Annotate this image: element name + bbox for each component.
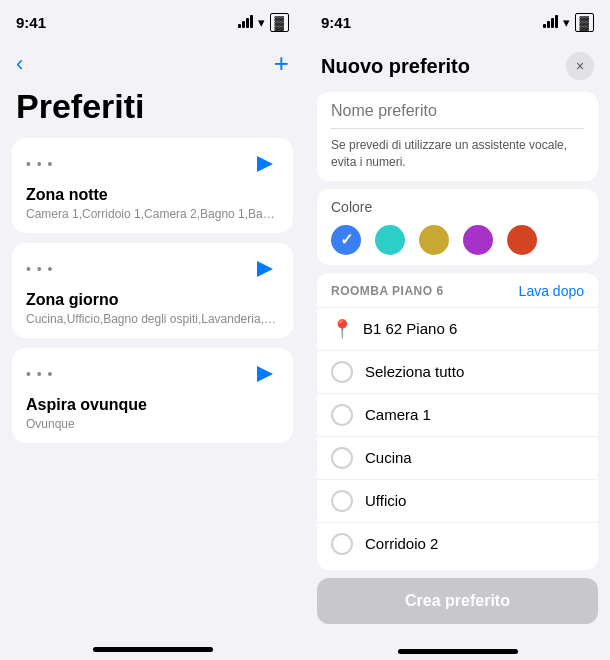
favorite-name: Zona giorno <box>26 291 279 309</box>
play-button[interactable] <box>251 255 279 283</box>
room-checkbox[interactable] <box>331 404 353 426</box>
card-top: • • • <box>26 255 279 283</box>
color-label: Colore <box>331 199 584 215</box>
list-item[interactable]: • • • Zona notte Camera 1,Corridoio 1,Ca… <box>12 138 293 233</box>
room-name: Corridoio 2 <box>365 535 438 552</box>
signal-icon <box>238 16 253 28</box>
list-item[interactable]: • • • Zona giorno Cucina,Ufficio,Bagno d… <box>12 243 293 338</box>
more-icon[interactable]: • • • <box>26 261 53 277</box>
color-picker <box>331 225 584 255</box>
room-name: Ufficio <box>365 492 406 509</box>
device-header: ROOMBA PIANO 6 Lava dopo <box>317 273 598 307</box>
favorite-rooms: Camera 1,Corridoio 1,Camera 2,Bagno 1,Ba… <box>26 207 279 221</box>
color-section: Colore <box>317 189 598 265</box>
room-item-camera-1[interactable]: Camera 1 <box>317 393 598 436</box>
add-button[interactable]: + <box>274 48 289 79</box>
play-icon <box>257 261 273 277</box>
hint-text: Se prevedi di utilizzare un assistente v… <box>331 137 584 171</box>
room-item-ufficio[interactable]: Ufficio <box>317 479 598 522</box>
lava-dopo-button[interactable]: Lava dopo <box>519 283 584 299</box>
play-icon <box>257 156 273 172</box>
more-icon[interactable]: • • • <box>26 156 53 172</box>
close-button[interactable]: × <box>566 52 594 80</box>
favorite-name: Zona notte <box>26 186 279 204</box>
favorite-rooms: Cucina,Ufficio,Bagno degli ospiti,Lavand… <box>26 312 279 326</box>
battery-icon: ▓ <box>575 13 594 32</box>
room-checkbox[interactable] <box>331 533 353 555</box>
play-button[interactable] <box>251 150 279 178</box>
room-item-corridoio-2[interactable]: Corridoio 2 <box>317 522 598 565</box>
modal-title: Nuovo preferito <box>321 55 470 78</box>
color-option-gold[interactable] <box>419 225 449 255</box>
left-time: 9:41 <box>16 14 46 31</box>
room-checkbox[interactable] <box>331 361 353 383</box>
favorites-list: • • • Zona notte Camera 1,Corridoio 1,Ca… <box>0 138 305 630</box>
home-indicator <box>305 634 610 660</box>
device-name-label: ROOMBA PIANO 6 <box>331 284 444 298</box>
back-button[interactable]: ‹ <box>16 51 23 77</box>
modal-header: Nuovo preferito × <box>305 44 610 92</box>
play-icon <box>257 366 273 382</box>
location-item: 📍 B1 62 Piano 6 <box>317 307 598 350</box>
color-option-blue[interactable] <box>331 225 361 255</box>
right-panel: 9:41 ▾ ▓ Nuovo preferito × Se prevedi di… <box>305 0 610 660</box>
home-indicator <box>0 630 305 660</box>
room-name: Seleziona tutto <box>365 363 464 380</box>
location-pin-icon: 📍 <box>331 318 353 340</box>
wifi-icon: ▾ <box>258 15 265 30</box>
signal-icon <box>543 16 558 28</box>
room-name: Cucina <box>365 449 412 466</box>
right-time: 9:41 <box>321 14 351 31</box>
room-name: Camera 1 <box>365 406 431 423</box>
list-item[interactable]: • • • Aspira ovunque Ovunque <box>12 348 293 443</box>
favorite-name: Aspira ovunque <box>26 396 279 414</box>
left-status-bar: 9:41 ▾ ▓ <box>0 0 305 44</box>
card-top: • • • <box>26 150 279 178</box>
right-status-icons: ▾ ▓ <box>543 13 594 32</box>
name-input[interactable] <box>331 102 584 129</box>
room-item-seleziona-tutto[interactable]: Seleziona tutto <box>317 350 598 393</box>
color-option-teal[interactable] <box>375 225 405 255</box>
favorite-rooms: Ovunque <box>26 417 279 431</box>
battery-icon: ▓ <box>270 13 289 32</box>
left-nav: ‹ + <box>0 44 305 87</box>
wifi-icon: ▾ <box>563 15 570 30</box>
right-status-bar: 9:41 ▾ ▓ <box>305 0 610 44</box>
room-checkbox[interactable] <box>331 447 353 469</box>
color-option-orange[interactable] <box>507 225 537 255</box>
home-bar <box>93 647 213 652</box>
crea-preferito-button[interactable]: Crea preferito <box>317 578 598 624</box>
device-section: ROOMBA PIANO 6 Lava dopo 📍 B1 62 Piano 6… <box>317 273 598 570</box>
room-item-cucina[interactable]: Cucina <box>317 436 598 479</box>
more-icon[interactable]: • • • <box>26 366 53 382</box>
location-name: B1 62 Piano 6 <box>363 320 457 337</box>
color-option-purple[interactable] <box>463 225 493 255</box>
page-title: Preferiti <box>0 87 305 138</box>
room-checkbox[interactable] <box>331 490 353 512</box>
left-panel: 9:41 ▾ ▓ ‹ + Preferiti • • • Zona no <box>0 0 305 660</box>
home-bar <box>398 649 518 654</box>
play-button[interactable] <box>251 360 279 388</box>
left-status-icons: ▾ ▓ <box>238 13 289 32</box>
card-top: • • • <box>26 360 279 388</box>
crea-btn-area: Crea preferito <box>305 578 610 634</box>
name-input-section: Se prevedi di utilizzare un assistente v… <box>317 92 598 181</box>
